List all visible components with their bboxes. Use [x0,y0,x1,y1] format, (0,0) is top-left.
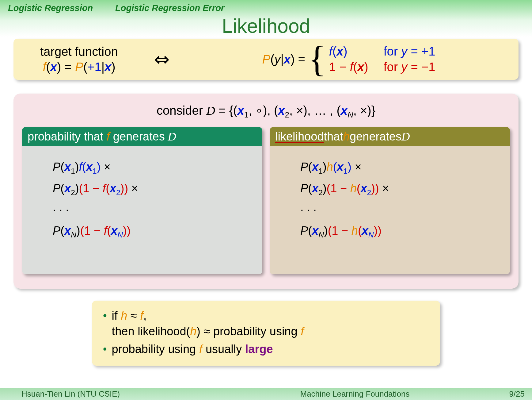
cases: f(x) for y = +1 1 − f(x) for y = −1 [329,44,435,74]
b2b: usually [202,343,245,356]
equivalence-box: target function f(x) = P(+1|x) ⇔ P(y|x) … [13,39,519,80]
case1-rhs: for y = +1 [383,44,435,58]
target-fn: target function f(x) = P(+1|x) [21,44,137,75]
lh-line3: · · · [300,199,505,220]
likelihood-word: likelihood [275,130,324,143]
bullet-1-text: if h ≈ f, then likelihood(h) ≈ probabili… [112,308,304,340]
footer: Hsuan-Tien Lin (NTU CSIE) Machine Learni… [0,388,532,400]
lh-line2: P(x2)(1 − h(x2)) × [300,178,505,199]
bullet-dot-icon: • [103,308,107,340]
b1a: if [112,309,121,322]
slide-title: Likelihood [0,15,532,37]
bullet-2: • probability using f usually large [103,341,431,357]
prob-f-card: probability that f generates D P(x1)f(x1… [22,127,262,274]
b1d: ) ≈ probability using [196,325,301,338]
case2-rhs: for y = −1 [383,60,435,74]
header-section: Logistic Regression [8,3,93,13]
prob-f-line4: P(xN)(1 − f(xN)) [53,220,257,242]
equivalence-row: target function f(x) = P(+1|x) ⇔ P(y|x) … [21,43,511,75]
consider-prefix: consider [157,104,206,117]
likelihood-h-card: likelihood that h generates D P(x1)h(x1)… [270,127,510,274]
b2a: probability using [112,343,199,356]
bullet-dot-icon: • [103,341,107,357]
prob-f-title2: generates [113,130,165,143]
target-fn-eqn: f(x) = P(+1|x) [43,60,115,74]
prob-f-line3: · · · [53,199,257,220]
lh-line4: P(xN)(1 − h(xN)) [300,220,505,242]
likelihood-h-title-suf: generates [350,130,401,143]
case2-lhs: 1 − f(x) [329,60,368,74]
slide: Logistic Regression Logistic Regression … [0,0,532,400]
case1-lhs: f(x) [329,44,368,58]
p-y-given-x: P(y|x) = [262,52,305,66]
summary-box: • if h ≈ f, then likelihood(h) ≈ probabi… [92,301,440,366]
footer-author: Hsuan-Tien Lin (NTU CSIE) [0,389,215,399]
prob-f-title1: probability that [28,130,103,143]
footer-page: 9/25 [495,389,532,399]
b1c: then likelihood( [112,325,190,338]
likelihood-h-body: P(x1)h(x1) × P(x2)(1 − h(x2)) × · · · P(… [270,146,510,274]
two-columns: probability that f generates D P(x1)f(x1… [22,127,510,274]
consider-line: consider D = {(x1, ∘), (x2, ×), … , (xN,… [22,103,510,120]
bullet-1: • if h ≈ f, then likelihood(h) ≈ probabi… [103,308,431,340]
header-subsection: Logistic Regression Error [115,3,224,13]
lh-line1: P(x1)h(x1) × [300,156,505,178]
dataset-box: consider D = {(x1, ∘), (x2, ×), … , (xN,… [13,94,519,289]
likelihood-h-header: likelihood that h generates D [270,127,510,146]
prob-f-line2: P(x2)(1 − f(x2)) × [53,178,257,199]
prob-f-line1: P(x1)f(x1) × [53,156,257,178]
b2c: large [245,343,273,356]
conditional-defn: P(y|x) = { f(x) for y = +1 1 − f(x) for … [186,43,511,76]
target-fn-label: target function [40,45,118,58]
bullet-2-text: probability using f usually large [112,341,273,357]
b1b: , [143,309,147,322]
brace-icon: { [308,43,326,76]
prob-f-header: probability that f generates D [22,127,262,146]
footer-course: Machine Learning Foundations [215,389,495,399]
likelihood-h-title-mid: that [324,130,343,143]
prob-f-body: P(x1)f(x1) × P(x2)(1 − f(x2)) × · · · P(… [22,146,262,274]
iff-symbol: ⇔ [137,48,186,70]
